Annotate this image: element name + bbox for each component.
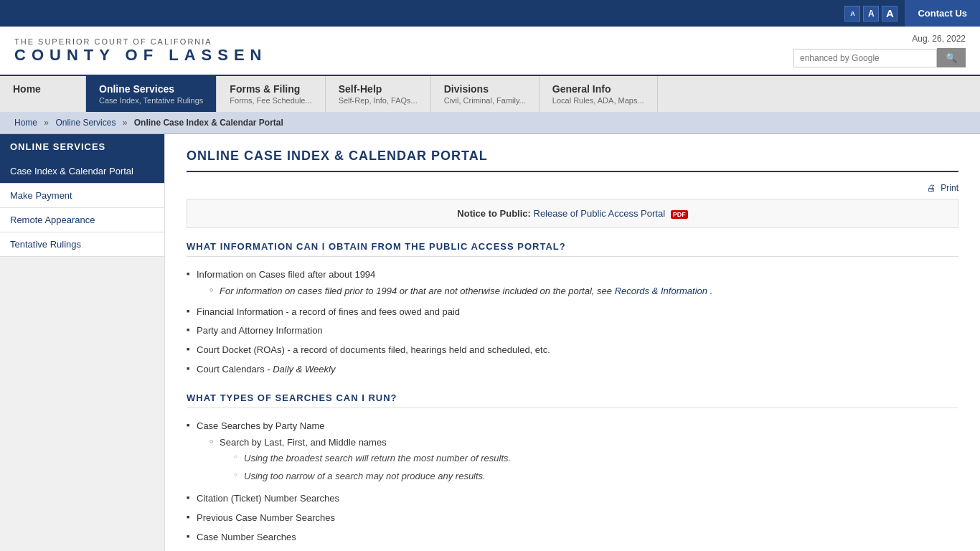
nav-self-help[interactable]: Self-Help Self-Rep, Info, FAQs...: [326, 76, 431, 112]
sidebar-item-remote-appearance[interactable]: Remote Appearance: [0, 208, 164, 232]
notice-link[interactable]: Release of Public Access Portal: [534, 208, 666, 219]
font-sizer-large[interactable]: A: [882, 6, 897, 22]
list-item-text: Court Docket (ROAs) - a record of docume…: [197, 344, 550, 355]
records-link[interactable]: Records & Information: [615, 286, 707, 296]
list-item: Party and Attorney Information: [187, 321, 958, 341]
list-item: Case Searches by Party Name Search by La…: [187, 417, 958, 489]
top-bar: A A A Contact Us: [0, 0, 980, 27]
date-display: Aug. 26, 2022: [912, 34, 966, 44]
list-item: Previous Case Number Searches: [187, 509, 958, 528]
sub-list-item: Search by Last, First, and Middle names …: [209, 434, 958, 487]
nav-generalinfo-sub: Local Rules, ADA, Maps...: [552, 96, 644, 105]
list-item-text: Previous Case Number Searches: [197, 512, 335, 523]
section1-list: Information on Cases filed after about 1…: [187, 265, 958, 380]
sidebar-title: Online Services: [0, 134, 164, 159]
font-sizer-small[interactable]: A: [844, 6, 860, 22]
sub-sub-item: Using the broadest search will return th…: [234, 450, 958, 468]
content-area: Online Services Case Index & Calendar Po…: [0, 134, 980, 551]
list-item-text: Citation (Ticket) Number Searches: [197, 493, 339, 504]
sidebar: Online Services Case Index & Calendar Po…: [0, 134, 165, 551]
nav-selfhelp-sub: Self-Rep, Info, FAQs...: [339, 96, 418, 105]
breadcrumb-home[interactable]: Home: [14, 118, 37, 128]
section2-title: What Types of Searches Can I Run?: [187, 392, 958, 408]
nav-generalinfo-label: General Info: [552, 83, 644, 95]
sub-sub-item: Using too narrow of a search may not pro…: [234, 468, 958, 486]
nav-forms-sub: Forms, Fee Schedule...: [230, 96, 311, 105]
list-item: Information on Cases filed after about 1…: [187, 265, 958, 303]
search-input[interactable]: [793, 49, 937, 67]
search-bar: 🔍: [793, 48, 966, 67]
sub-list: Search by Last, First, and Middle names …: [209, 434, 958, 487]
nav-divisions[interactable]: Divisions Civil, Criminal, Family...: [431, 76, 540, 112]
nav-selfhelp-label: Self-Help: [339, 83, 418, 95]
sub-item-text: For information on cases filed prior to …: [220, 286, 615, 296]
nav-divisions-sub: Civil, Criminal, Family...: [444, 96, 526, 105]
list-item-text: Court Calendars -: [197, 364, 273, 375]
breadcrumb-current: Online Case Index & Calendar Portal: [134, 118, 283, 128]
list-item-text: Information on Cases filed after about 1…: [197, 269, 375, 280]
court-name-top: The Superior Court of California: [14, 37, 268, 46]
sub-sub-list: Using the broadest search will return th…: [234, 450, 958, 486]
pdf-icon: PDF: [671, 210, 688, 219]
nav-divisions-label: Divisions: [444, 83, 526, 95]
list-item-text: Case Searches by Party Name: [197, 420, 324, 431]
notice-bold: Notice to Public:: [457, 208, 531, 219]
list-item: Court Calendars - Daily & Weekly: [187, 360, 958, 380]
court-name-big: County of Lassen: [14, 46, 268, 65]
font-sizers: A A A: [844, 6, 897, 22]
list-item: Financial Information - a record of fine…: [187, 303, 958, 322]
list-item-text: Party and Attorney Information: [197, 325, 323, 336]
breadcrumb-online-services[interactable]: Online Services: [55, 118, 116, 128]
nav-online-services[interactable]: Online Services Case Index, Tentative Ru…: [86, 76, 217, 112]
header: The Superior Court of California County …: [0, 27, 980, 75]
sub-item-text: Search by Last, First, and Middle names: [220, 437, 387, 448]
list-item-text: Financial Information - a record of fine…: [197, 306, 460, 317]
section2-list: Case Searches by Party Name Search by La…: [187, 417, 958, 547]
main-nav: Home Online Services Case Index, Tentati…: [0, 75, 980, 112]
nav-forms-filing[interactable]: Forms & Filing Forms, Fee Schedule...: [217, 76, 325, 112]
breadcrumb: Home » Online Services » Online Case Ind…: [0, 112, 980, 134]
nav-forms-label: Forms & Filing: [230, 83, 311, 95]
list-item: Court Docket (ROAs) - a record of docume…: [187, 341, 958, 360]
breadcrumb-sep2: »: [123, 118, 130, 128]
contact-us-button[interactable]: Contact Us: [905, 0, 980, 27]
list-item-text: Case Number Searches: [197, 532, 296, 542]
printer-icon: 🖨: [927, 183, 936, 193]
nav-home-label: Home: [13, 83, 72, 95]
sub-sub-text: Using the broadest search will return th…: [244, 453, 511, 463]
logo-area: The Superior Court of California County …: [14, 37, 268, 65]
sidebar-item-tentative-rulings[interactable]: Tentative Rulings: [0, 232, 164, 257]
notice-box: Notice to Public: Release of Public Acce…: [187, 199, 958, 228]
breadcrumb-sep1: »: [44, 118, 51, 128]
main-content: Online Case Index & Calendar Portal 🖨 Pr…: [165, 134, 980, 551]
font-sizer-medium[interactable]: A: [863, 6, 879, 22]
calendar-italic: Daily & Weekly: [273, 364, 335, 375]
nav-general-info[interactable]: General Info Local Rules, ADA, Maps...: [540, 76, 658, 112]
header-right: Aug. 26, 2022 🔍: [793, 34, 966, 67]
list-item: Case Number Searches: [187, 528, 958, 547]
nav-online-services-label: Online Services: [99, 83, 203, 95]
sub-list: For information on cases filed prior to …: [209, 283, 958, 301]
sub-sub-text: Using too narrow of a search may not pro…: [244, 471, 486, 481]
list-item: Citation (Ticket) Number Searches: [187, 489, 958, 509]
nav-online-services-sub: Case Index, Tentative Rulings: [99, 96, 203, 105]
sidebar-item-make-payment[interactable]: Make Payment: [0, 184, 164, 208]
search-button[interactable]: 🔍: [937, 48, 966, 67]
print-bar[interactable]: 🖨 Print: [187, 183, 958, 193]
page-title: Online Case Index & Calendar Portal: [187, 149, 958, 172]
print-label: Print: [941, 183, 958, 193]
sub-list-item: For information on cases filed prior to …: [209, 283, 958, 301]
period: .: [710, 286, 713, 296]
sidebar-item-case-index[interactable]: Case Index & Calendar Portal: [0, 159, 164, 184]
nav-home[interactable]: Home: [0, 76, 86, 112]
section1-title: What Information Can I Obtain From The P…: [187, 241, 958, 257]
